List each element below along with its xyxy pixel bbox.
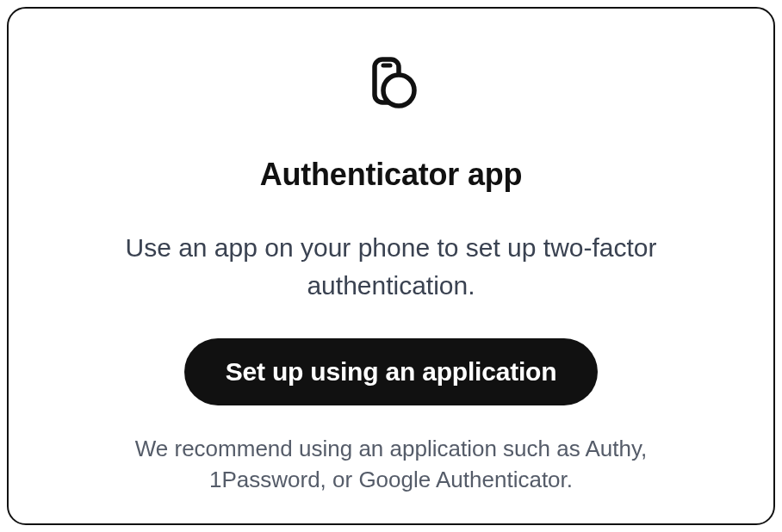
svg-point-2: [383, 75, 414, 106]
setup-application-button[interactable]: Set up using an application: [184, 338, 599, 405]
authenticator-card: Authenticator app Use an app on your pho…: [7, 7, 775, 525]
card-description: Use an app on your phone to set up two-f…: [115, 229, 667, 304]
card-footnote: We recommend using an application such a…: [81, 433, 701, 496]
card-title: Authenticator app: [260, 157, 523, 193]
phone-message-icon: [360, 53, 422, 115]
